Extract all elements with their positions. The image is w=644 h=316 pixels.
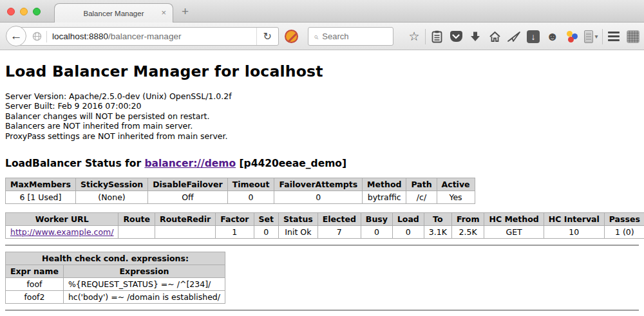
active-cell: Yes <box>437 191 475 204</box>
path-cell: /c/ <box>406 191 437 204</box>
worker-url-cell: http://www.example.com/ <box>6 226 118 239</box>
colored-dots-extension-icon[interactable] <box>562 23 582 50</box>
balancers-notice-line: Balancers are NOT inherited from main se… <box>5 121 639 131</box>
grid-extension-icon[interactable] <box>623 23 643 50</box>
close-window-button[interactable] <box>7 8 15 15</box>
hello-send-icon[interactable] <box>504 23 524 50</box>
expr-name-cell: foof2 <box>6 291 64 304</box>
column-header: Factor <box>216 213 254 226</box>
content-blocked-icon[interactable] <box>285 30 298 43</box>
bookmarks-menu-icon[interactable] <box>427 23 446 50</box>
status-heading-suffix: [p4420eeae_demo] <box>236 158 346 169</box>
search-icon: ⌕ <box>314 32 318 42</box>
column-header: FailoverAttempts <box>274 178 363 191</box>
table-row: foof2 hc('body') =~ /domain is establish… <box>6 291 225 304</box>
worker-url-link[interactable]: http://www.example.com/ <box>10 227 113 237</box>
urlbar-divider <box>46 31 47 42</box>
video-download-icon[interactable]: ↓ <box>524 23 543 50</box>
to-cell: 3.1K <box>424 226 451 239</box>
column-header: Expr name <box>6 265 64 278</box>
search-bar[interactable]: ⌕ <box>308 27 393 46</box>
column-header: Method <box>363 178 406 191</box>
server-built-line: Server Built: Feb 9 2016 07:00:20 <box>5 101 639 111</box>
dropdown-caret-icon: ▾ <box>594 33 598 40</box>
pocket-icon[interactable] <box>446 23 466 50</box>
url-domain: localhost:8880 <box>52 32 108 41</box>
column-header: MaxMembers <box>6 178 76 191</box>
busy-cell: 0 <box>361 226 392 239</box>
expr-name-cell: foof <box>6 278 64 291</box>
passes-cell: 1 (0) <box>604 226 644 239</box>
column-header: From <box>451 213 484 226</box>
column-header: Status <box>279 213 318 226</box>
table-header-row: Worker URL Route RouteRedir Factor Set S… <box>6 213 644 226</box>
routeredir-cell <box>155 226 216 239</box>
back-icon: ← <box>10 29 23 43</box>
health-table-title: Health check cond. expressions: <box>6 252 225 265</box>
column-header: RouteRedir <box>155 213 216 226</box>
table-row: http://www.example.com/ 1 0 Init Ok 7 0 … <box>6 226 644 239</box>
minimize-window-button[interactable] <box>20 8 28 15</box>
search-input[interactable] <box>322 32 388 41</box>
column-header: Route <box>118 213 155 226</box>
maxmembers-cell: 6 [1 Used] <box>6 191 76 204</box>
column-header: Elected <box>317 213 361 226</box>
browser-window: Balancer Manager × + ← localhost:8880/ba… <box>0 0 644 316</box>
table-title-row: Health check cond. expressions: <box>6 252 225 265</box>
proxypass-notice-line: ProxyPass settings are NOT inherited fro… <box>5 131 639 141</box>
column-header: DisableFailover <box>148 178 227 191</box>
failoverattempts-cell: 0 <box>274 191 363 204</box>
back-button[interactable]: ← <box>6 26 26 46</box>
column-header: Load <box>392 213 424 226</box>
reload-button[interactable]: ↻ <box>256 28 278 45</box>
page-content: Load Balancer Manager for localhost Serv… <box>0 50 644 315</box>
bookmark-star-icon[interactable]: ☆ <box>404 23 424 50</box>
column-header: Worker URL <box>6 213 118 226</box>
status-heading-prefix: LoadBalancer Status for <box>5 158 144 169</box>
disablefailover-cell: Off <box>148 191 227 204</box>
section-divider <box>5 245 639 246</box>
set-cell: 0 <box>254 226 278 239</box>
zoom-window-button[interactable] <box>33 8 41 15</box>
battery-extension-icon[interactable]: ▾ <box>582 23 601 50</box>
table-row: foof %{REQUEST_STATUS} =~ /^[234]/ <box>6 278 225 291</box>
tab-close-icon[interactable]: × <box>161 8 166 17</box>
balancer-settings-table: MaxMembers StickySession DisableFailover… <box>5 178 475 204</box>
chat-smiley-icon[interactable]: ☻ <box>543 23 562 50</box>
timeout-cell: 0 <box>227 191 274 204</box>
health-check-table: Health check cond. expressions: Expr nam… <box>5 252 225 304</box>
reload-icon: ↻ <box>263 30 272 42</box>
factor-cell: 1 <box>216 226 254 239</box>
section-divider <box>5 310 639 311</box>
column-header: Active <box>437 178 475 191</box>
hc-method-cell: GET <box>484 226 544 239</box>
new-tab-button[interactable]: + <box>182 5 189 17</box>
persist-notice-line: Balancer changes will NOT be persisted o… <box>5 111 639 121</box>
navigation-toolbar: ← localhost:8880/balancer-manager ↻ ⌕ ☆ <box>0 23 644 50</box>
url-bar[interactable]: localhost:8880/balancer-manager ↻ <box>16 27 279 46</box>
toolbar-divider <box>425 29 426 44</box>
column-header: Path <box>406 178 437 191</box>
column-header: Passes <box>604 213 644 226</box>
toolbar-divider <box>602 29 603 44</box>
column-header: HC Method <box>484 213 544 226</box>
balancer-demo-link[interactable]: balancer://demo <box>144 158 236 169</box>
globe-icon <box>32 32 42 41</box>
balancer-status-heading: LoadBalancer Status for balancer://demo … <box>5 158 639 169</box>
browser-tab[interactable]: Balancer Manager × <box>54 3 173 23</box>
toolbar-icons: ☆ <box>404 23 643 50</box>
server-info: Server Version: Apache/2.5.0-dev (Unix) … <box>5 91 639 141</box>
route-cell <box>118 226 155 239</box>
elected-cell: 7 <box>317 226 361 239</box>
expression-cell: hc('body') =~ /domain is established/ <box>63 291 225 304</box>
tab-title: Balancer Manager <box>84 10 144 17</box>
column-header: Expression <box>63 265 225 278</box>
downloads-icon[interactable] <box>466 23 485 50</box>
menu-hamburger-icon[interactable] <box>604 23 623 50</box>
hc-interval-cell: 10 <box>544 226 604 239</box>
column-header: Set <box>254 213 278 226</box>
url-path: /balancer-manager <box>108 32 181 41</box>
stickysession-cell: (None) <box>75 191 147 204</box>
home-icon[interactable] <box>485 23 504 50</box>
column-header: Timeout <box>227 178 274 191</box>
